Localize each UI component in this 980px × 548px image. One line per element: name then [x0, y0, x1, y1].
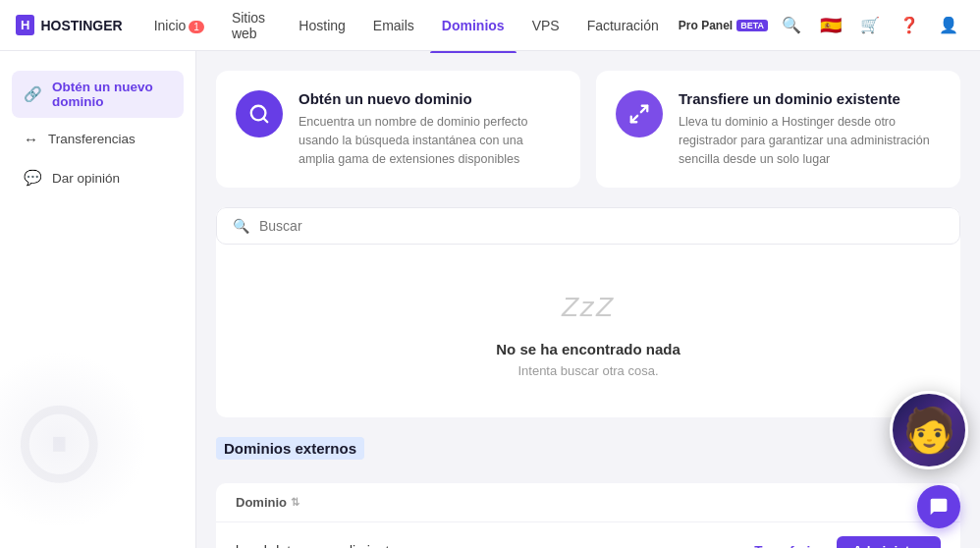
get-domain-description: Encuentra un nombre de dominio perfecto …: [299, 113, 561, 168]
domain-icon: 🔗: [24, 85, 42, 103]
sidebar-item-feedback[interactable]: 💬 Dar opinión: [12, 160, 184, 195]
transfer-domain-description: Lleva tu dominio a Hostinger desde otro …: [679, 113, 941, 168]
transfer-domain-title: Transfiere un dominio existente: [679, 90, 941, 107]
help-button[interactable]: ❓: [894, 10, 925, 41]
sidebar-item-new-domain-label: Obtén un nuevo dominio: [52, 80, 172, 109]
transfer-button[interactable]: Transferir: [742, 537, 827, 548]
domain-cards-grid: Obtén un nuevo dominio Encuentra un nomb…: [216, 71, 960, 188]
empty-state-subtitle: Intenta buscar otra cosa.: [236, 363, 941, 378]
user-avatar: 🧑: [890, 391, 968, 469]
transfer-domain-card[interactable]: Transfiere un dominio existente Lleva tu…: [596, 71, 960, 188]
feedback-icon: 💬: [24, 169, 42, 187]
sidebar-item-feedback-label: Dar opinión: [52, 171, 120, 186]
domain-name: lawebdetuemprendimiento.com: [236, 543, 742, 548]
sidebar-background-decoration: ⊙: [0, 352, 147, 528]
cart-button[interactable]: 🛒: [854, 10, 886, 41]
get-domain-title: Obtén un nuevo dominio: [299, 90, 561, 107]
transfer-icon: ↔: [24, 131, 38, 147]
admin-button[interactable]: Administr...: [837, 536, 941, 548]
external-domains-title: Dominios externos: [216, 437, 364, 460]
pro-panel[interactable]: Pro Panel BETA: [679, 19, 768, 32]
nav-item-facturacion[interactable]: Facturación: [575, 12, 671, 39]
sidebar-item-new-domain[interactable]: 🔗 Obtén un nuevo dominio: [12, 71, 184, 118]
sidebar: 🔗 Obtén un nuevo dominio ↔ Transferencia…: [0, 51, 196, 548]
search-bar[interactable]: 🔍: [216, 207, 960, 245]
nav-item-sitios-web[interactable]: Sitios web: [220, 4, 283, 47]
page-layout: 🔗 Obtén un nuevo dominio ↔ Transferencia…: [0, 51, 980, 548]
row-actions: Transferir Administr...: [742, 536, 941, 548]
nav-item-hosting[interactable]: Hosting: [287, 12, 356, 39]
search-icon: 🔍: [233, 218, 249, 234]
nav-item-inicio[interactable]: Inicio1: [142, 12, 216, 39]
language-selector[interactable]: 🇪🇸: [815, 10, 846, 41]
search-button[interactable]: 🔍: [776, 10, 807, 41]
logo-icon: H: [16, 15, 34, 35]
get-new-domain-card[interactable]: Obtén un nuevo dominio Encuentra un nomb…: [216, 71, 580, 188]
logo[interactable]: H HOSTINGER: [16, 15, 123, 35]
nav-items: Inicio1 Sitios web Hosting Emails Domini…: [142, 4, 671, 47]
empty-state-title: No se ha encontrado nada: [236, 341, 941, 357]
get-domain-text: Obtén un nuevo dominio Encuentra un nomb…: [299, 90, 561, 168]
sidebar-item-transfers[interactable]: ↔ Transferencias: [12, 122, 184, 156]
top-navigation: H HOSTINGER Inicio1 Sitios web Hosting E…: [0, 0, 980, 51]
account-button[interactable]: 👤: [933, 10, 964, 41]
transfer-domain-icon: [616, 90, 663, 137]
main-content: Obtén un nuevo dominio Encuentra un nomb…: [196, 51, 980, 548]
domain-column-header: Dominio ⇅: [236, 495, 299, 510]
beta-badge: BETA: [736, 20, 768, 31]
table-header: Dominio ⇅: [216, 483, 960, 522]
domains-table: Dominio ⇅ lawebdetuemprendimiento.com Tr…: [216, 483, 960, 548]
logo-text: HOSTINGER: [40, 18, 122, 33]
sidebar-item-transfers-label: Transferencias: [48, 132, 136, 146]
svg-line-1: [263, 118, 267, 122]
nav-right: Pro Panel BETA 🔍 🇪🇸 🛒 ❓ 👤: [679, 10, 964, 41]
nav-item-emails[interactable]: Emails: [361, 12, 426, 39]
get-domain-icon: [236, 90, 283, 137]
table-row: lawebdetuemprendimiento.com Transferir A…: [216, 522, 960, 548]
transfer-domain-text: Transfiere un dominio existente Lleva tu…: [679, 90, 941, 168]
nav-item-dominios[interactable]: Dominios: [430, 12, 517, 39]
nav-badge-inicio: 1: [189, 21, 204, 33]
chat-button[interactable]: [917, 485, 960, 528]
search-input[interactable]: [259, 218, 944, 234]
empty-state: ZzZ No se ha encontrado nada Intenta bus…: [216, 245, 960, 417]
external-domains-section: Dominios externos Dominio ⇅ lawebdetuemp…: [216, 437, 960, 548]
nav-item-vps[interactable]: VPS: [520, 12, 572, 39]
domain-search-section: 🔍 ZzZ No se ha encontrado nada Intenta b…: [216, 207, 960, 417]
zzz-decoration: ZzZ: [236, 284, 941, 325]
sort-icon[interactable]: ⇅: [291, 496, 299, 509]
